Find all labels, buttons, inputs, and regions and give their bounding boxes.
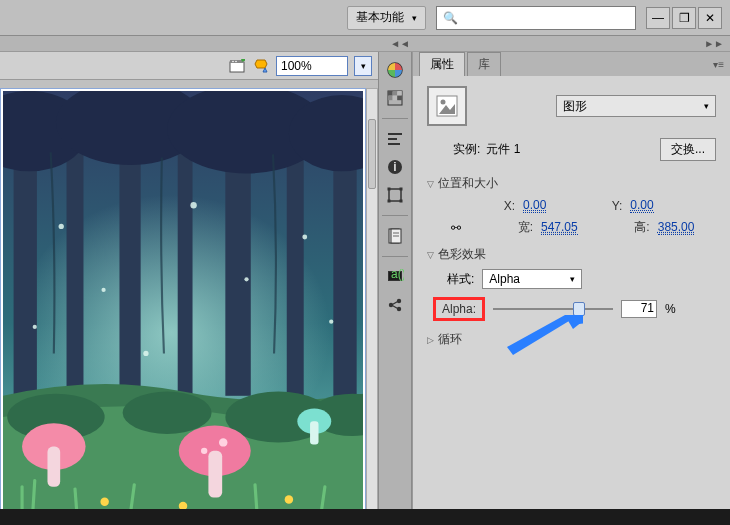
- zoom-field[interactable]: [276, 56, 348, 76]
- alpha-field[interactable]: [621, 300, 657, 318]
- svg-text:i: i: [393, 160, 396, 174]
- stage-border: [0, 88, 366, 513]
- section-title: 色彩效果: [438, 246, 486, 263]
- svg-rect-56: [397, 96, 402, 101]
- restore-button[interactable]: ❐: [672, 7, 696, 29]
- lock-aspect-icon[interactable]: ⚯: [447, 221, 465, 235]
- svg-point-80: [441, 100, 446, 105]
- x-label: X:: [495, 199, 515, 213]
- svg-rect-52: [393, 91, 398, 96]
- svg-rect-35: [208, 451, 222, 498]
- svg-point-36: [219, 438, 227, 446]
- svg-point-74: [389, 303, 393, 307]
- style-label: 样式:: [447, 271, 474, 288]
- collapse-right-icon[interactable]: ►►: [704, 38, 724, 49]
- close-button[interactable]: ✕: [698, 7, 722, 29]
- svg-point-25: [329, 320, 333, 324]
- y-value[interactable]: 0.00: [630, 198, 653, 213]
- window-buttons: — ❐ ✕: [646, 7, 722, 29]
- tab-properties[interactable]: 属性: [419, 52, 465, 76]
- svg-rect-12: [178, 142, 193, 396]
- h-label: 高:: [620, 219, 650, 236]
- chevron-down-icon: ▾: [704, 101, 709, 111]
- svg-point-76: [397, 307, 401, 311]
- svg-point-27: [33, 325, 37, 329]
- minimize-button[interactable]: —: [646, 7, 670, 29]
- h-value[interactable]: 385.00: [658, 220, 695, 235]
- bottom-strip: [0, 509, 730, 525]
- actions-panel-icon[interactable]: a(): [383, 265, 407, 289]
- svg-line-41: [33, 481, 35, 511]
- workspace-label: 基本功能: [356, 9, 404, 26]
- svg-point-26: [143, 351, 148, 356]
- scene-icon[interactable]: [228, 57, 246, 75]
- slider-thumb[interactable]: [573, 302, 585, 316]
- slider-track: [493, 308, 613, 310]
- chevron-down-icon: ▾: [412, 13, 417, 23]
- alpha-label: Alpha:: [433, 297, 485, 321]
- style-dropdown[interactable]: Alpha ▾: [482, 269, 582, 289]
- main-area: ▾: [0, 52, 730, 525]
- section-title: 循环: [438, 331, 462, 348]
- panel-header-strip: ◄◄ ►►: [0, 36, 730, 52]
- library-panel-icon[interactable]: [383, 224, 407, 248]
- svg-point-2: [232, 60, 234, 62]
- symbol-edit-icon[interactable]: [252, 57, 270, 75]
- workspace-dropdown[interactable]: 基本功能 ▾: [347, 6, 426, 30]
- behaviors-panel-icon[interactable]: [383, 293, 407, 317]
- svg-rect-59: [388, 143, 400, 145]
- svg-point-48: [285, 495, 293, 503]
- restore-icon: ❐: [679, 11, 690, 25]
- svg-rect-63: [388, 188, 391, 191]
- section-header-possize[interactable]: ▽ 位置和大小: [427, 175, 716, 192]
- canvas-scroll-area: [0, 80, 378, 525]
- style-value: Alpha: [489, 272, 520, 286]
- search-box[interactable]: 🔍: [436, 6, 636, 30]
- svg-point-22: [190, 202, 196, 208]
- svg-marker-5: [255, 60, 267, 68]
- minimize-icon: —: [652, 11, 664, 25]
- x-value[interactable]: 0.00: [523, 198, 546, 213]
- section-header-coloreffect[interactable]: ▽ 色彩效果: [427, 246, 716, 263]
- info-panel-icon[interactable]: i: [383, 155, 407, 179]
- w-label: 宽:: [503, 219, 533, 236]
- svg-rect-11: [119, 126, 140, 396]
- instance-name: 元件 1: [486, 141, 520, 158]
- chevron-down-icon: ▾: [570, 274, 575, 284]
- panel-menu-icon[interactable]: ▾≡: [713, 59, 724, 70]
- zoom-input[interactable]: [281, 59, 329, 73]
- svg-rect-53: [397, 91, 402, 96]
- svg-rect-66: [400, 200, 403, 203]
- search-icon: 🔍: [443, 11, 458, 25]
- transform-panel-icon[interactable]: [383, 183, 407, 207]
- search-input[interactable]: [462, 11, 629, 25]
- tab-library[interactable]: 库: [467, 52, 501, 76]
- swap-button[interactable]: 交换...: [660, 138, 716, 161]
- w-value[interactable]: 547.05: [541, 220, 578, 235]
- chevron-down-icon: ▾: [361, 61, 366, 71]
- close-icon: ✕: [705, 11, 715, 25]
- instance-label: 实例:: [453, 141, 480, 158]
- stage-artwork: [3, 91, 363, 510]
- svg-point-23: [244, 277, 248, 281]
- svg-line-77: [393, 302, 397, 304]
- svg-rect-14: [287, 136, 304, 395]
- svg-line-42: [75, 489, 77, 510]
- twisty-open-icon: ▽: [427, 250, 434, 260]
- collapse-left-icon[interactable]: ◄◄: [390, 38, 410, 49]
- svg-rect-0: [230, 62, 244, 72]
- vertical-scrollbar[interactable]: [366, 88, 378, 513]
- scrollbar-thumb[interactable]: [368, 119, 376, 189]
- swatches-panel-icon[interactable]: [383, 86, 407, 110]
- properties-panel: 属性 库 ▾≡ 图形 ▾ 实例: 元件 1 交换...: [412, 52, 730, 525]
- color-panel-icon[interactable]: [383, 58, 407, 82]
- alpha-input[interactable]: [622, 301, 656, 315]
- zoom-dropdown-button[interactable]: ▾: [354, 56, 372, 76]
- properties-body: 图形 ▾ 实例: 元件 1 交换... ▽ 位置和大小 X:: [413, 76, 730, 525]
- svg-rect-65: [388, 200, 391, 203]
- instance-type-dropdown[interactable]: 图形 ▾: [556, 95, 716, 117]
- instance-row: 实例: 元件 1 交换...: [427, 138, 716, 161]
- align-panel-icon[interactable]: [383, 127, 407, 151]
- svg-rect-57: [388, 133, 402, 135]
- twisty-closed-icon: ▷: [427, 335, 434, 345]
